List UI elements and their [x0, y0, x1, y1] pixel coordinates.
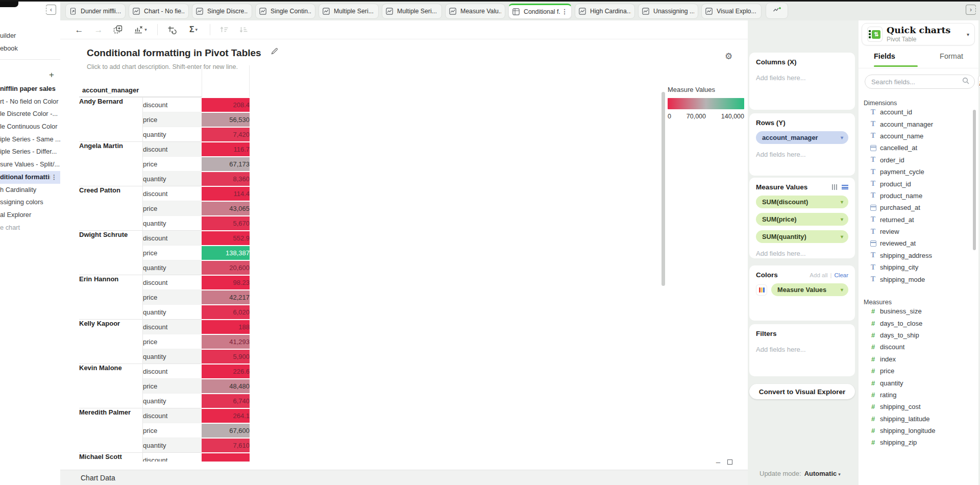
- aggregate-icon[interactable]: Σ▾: [185, 24, 202, 35]
- chart-settings-gear-icon[interactable]: ⚙: [725, 51, 732, 62]
- columns-shelf[interactable]: Columns (X) Add fields here...: [749, 53, 855, 110]
- field-item-shipping_city[interactable]: Tshipping_city: [859, 261, 978, 273]
- add-formula-button[interactable]: ƒ+: [978, 75, 980, 89]
- item-menu-icon[interactable]: ⋮: [51, 171, 57, 184]
- sidebar-item[interactable]: ditional formattin...⋮: [0, 171, 60, 184]
- field-item-shipping_longitude[interactable]: #shipping_longitude: [859, 425, 978, 436]
- field-item-rating[interactable]: #rating: [859, 389, 978, 401]
- sidebar-item[interactable]: e chart: [0, 222, 60, 234]
- field-item-days_to_ship[interactable]: #days_to_ship: [859, 329, 978, 341]
- sidebar-item[interactable]: ssigning colors: [0, 196, 60, 209]
- sidebar-item[interactable]: le Continuous Color: [0, 120, 60, 133]
- sidebar-item-notebook[interactable]: ebook: [0, 42, 60, 54]
- field-item-account_id[interactable]: Taccount_id: [859, 106, 978, 118]
- tab-chart-no-fie[interactable]: Chart - No fie...: [129, 4, 189, 19]
- sidebar-item[interactable]: iple Series - Same ...: [0, 133, 60, 146]
- value-cell[interactable]: 208.4: [202, 97, 250, 112]
- chevron-down-icon[interactable]: ▾: [967, 32, 969, 37]
- measure-pill[interactable]: SUM(discount)▾: [756, 196, 848, 208]
- colors-shelf[interactable]: Colors Add all|Clear Measure Values ▾: [749, 265, 855, 321]
- update-mode-value[interactable]: Automatic: [804, 470, 837, 477]
- value-cell[interactable]: 42,217: [202, 289, 250, 304]
- chart-scrollbar[interactable]: [662, 92, 665, 286]
- tab-conditional-f[interactable]: Conditional f...⋮: [508, 4, 572, 19]
- search-fields-box[interactable]: [865, 75, 975, 89]
- clear-link[interactable]: Clear: [835, 272, 848, 278]
- field-item-returned_at[interactable]: Treturned_at: [859, 214, 978, 226]
- tab-fields[interactable]: Fields: [874, 52, 895, 60]
- field-item-purchased_at[interactable]: purchased_at: [859, 202, 978, 213]
- chart-type-selector[interactable]: ⇅ Quick charts Pivot Table ▾: [862, 23, 975, 45]
- field-item-product_id[interactable]: Tproduct_id: [859, 178, 978, 189]
- sidebar-item[interactable]: iple Series - Differ...: [0, 146, 60, 158]
- rows-field-pill[interactable]: account_manager ▾: [756, 131, 848, 144]
- chevron-down-icon[interactable]: ▾: [841, 199, 843, 205]
- fields-scrollbar[interactable]: [973, 110, 976, 250]
- value-cell[interactable]: 8,360: [202, 171, 250, 186]
- tab-menu-icon[interactable]: ⋮: [561, 8, 568, 15]
- chart-description-placeholder[interactable]: Click to add chart description. Shift-en…: [87, 63, 279, 70]
- tab-measure-valu[interactable]: Measure Valu...: [445, 4, 505, 19]
- convert-to-visual-explorer-button[interactable]: Convert to Visual Explorer: [749, 384, 855, 399]
- tab-unassigning[interactable]: Unassigning ...: [638, 4, 698, 19]
- value-cell[interactable]: 116.7: [202, 141, 250, 156]
- value-cell[interactable]: 41,293: [202, 334, 250, 349]
- field-item-review[interactable]: Treview: [859, 226, 978, 237]
- field-item-shipping_address[interactable]: Tshipping_address: [859, 250, 978, 261]
- sidebar-item[interactable]: al Explorer: [0, 209, 60, 222]
- sidebar-item[interactable]: sure Values - Split/...: [0, 158, 60, 171]
- value-cell[interactable]: 5,670: [202, 215, 250, 230]
- value-cell[interactable]: 56,530: [202, 112, 250, 127]
- value-cell[interactable]: 6,020: [202, 304, 250, 319]
- expand-chart-data-icon[interactable]: [727, 459, 732, 465]
- rows-layout-icon[interactable]: [842, 184, 848, 190]
- sidebar-item[interactable]: h Cardinality: [0, 184, 60, 197]
- chevron-down-icon[interactable]: ▾: [841, 216, 843, 222]
- redo-icon[interactable]: →: [93, 24, 104, 35]
- sidebar-item[interactable]: rt - No field on Color: [0, 95, 60, 108]
- value-cell[interactable]: 552.9: [202, 230, 250, 245]
- search-input[interactable]: [870, 78, 962, 86]
- value-cell[interactable]: 98.23: [202, 275, 250, 289]
- field-item-days_to_close[interactable]: #days_to_close: [859, 317, 978, 329]
- swap-axes-icon[interactable]: [166, 24, 177, 35]
- measure-values-shelf[interactable]: Measure Values SUM(discount)▾SUM(price)▾…: [749, 178, 855, 258]
- value-cell[interactable]: 264.1: [202, 408, 250, 423]
- measure-pill[interactable]: SUM(price)▾: [756, 213, 848, 226]
- chevron-down-icon[interactable]: ▾: [841, 234, 843, 239]
- field-item-payment_cycle[interactable]: Tpayment_cycle: [859, 166, 978, 178]
- field-item-account_manager[interactable]: Taccount_manager: [859, 118, 978, 130]
- tab-multiple-seri[interactable]: Multiple Seri...: [318, 4, 379, 19]
- value-cell[interactable]: 226.6: [202, 363, 250, 378]
- field-item-reviewed_at[interactable]: reviewed_at: [859, 237, 978, 249]
- tab-multiple-seri[interactable]: Multiple Seri...: [382, 4, 442, 19]
- update-mode-control[interactable]: Update mode:Automatic▾: [760, 470, 841, 477]
- undo-icon[interactable]: ←: [74, 24, 85, 35]
- field-item-index[interactable]: #index: [859, 353, 978, 365]
- sidebar-item[interactable]: nifflin paper sales: [0, 83, 60, 95]
- value-cell[interactable]: 7,420: [202, 127, 250, 141]
- edit-title-icon[interactable]: [271, 47, 279, 57]
- value-cell[interactable]: 188: [202, 319, 250, 334]
- value-cell[interactable]: 7,610: [202, 438, 250, 452]
- expand-panel-icon[interactable]: ›: [966, 5, 976, 15]
- value-cell[interactable]: 67,600: [202, 423, 250, 438]
- field-item-cancelled_at[interactable]: cancelled_at: [859, 142, 978, 154]
- minimize-chart-data-icon[interactable]: –: [716, 458, 720, 466]
- field-item-business_size[interactable]: #business_size: [859, 305, 978, 317]
- colors-field-pill[interactable]: Measure Values ▾: [771, 283, 848, 296]
- rows-shelf[interactable]: Rows (Y) account_manager ▾ Add fields he…: [749, 113, 855, 176]
- field-item-account_name[interactable]: Taccount_name: [859, 130, 978, 142]
- field-item-shipping_mode[interactable]: Tshipping_mode: [859, 273, 978, 285]
- value-cell[interactable]: 138,387: [202, 245, 250, 260]
- chevron-down-icon[interactable]: ▾: [841, 135, 843, 140]
- sort-ascending-icon[interactable]: [218, 24, 230, 35]
- filters-shelf[interactable]: Filters Add fields here...: [749, 324, 855, 376]
- value-cell[interactable]: 48,480: [202, 378, 250, 393]
- value-cell[interactable]: 67,173: [202, 156, 250, 171]
- tab-format[interactable]: Format: [940, 52, 963, 60]
- field-item-price[interactable]: #price: [859, 365, 978, 377]
- field-item-quantity[interactable]: #quantity: [859, 377, 978, 389]
- clear-chart-icon[interactable]: ▾: [132, 24, 149, 35]
- field-item-shipping_latitude[interactable]: #shipping_latitude: [859, 413, 978, 425]
